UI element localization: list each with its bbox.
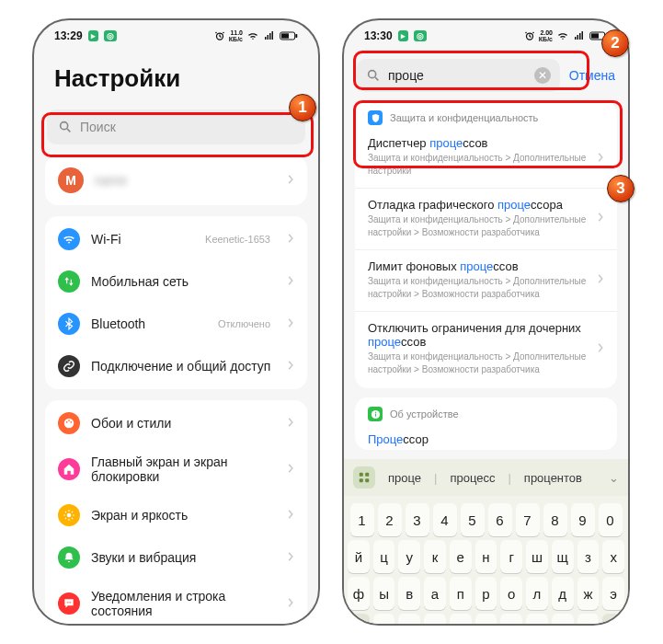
svg-point-10 — [66, 421, 68, 423]
key-т[interactable]: т — [500, 614, 522, 626]
svg-point-12 — [70, 421, 72, 423]
settings-row-bell[interactable]: Звуки и вибрация — [45, 536, 307, 579]
key-д[interactable]: д — [552, 577, 574, 610]
key-ч[interactable]: ч — [398, 614, 420, 626]
expand-predictions-icon[interactable]: ⌄ — [609, 471, 619, 485]
search-result[interactable]: Отключить ограничения для дочерних проце… — [355, 311, 617, 385]
account-card[interactable]: M name — [45, 155, 307, 205]
key-6[interactable]: 6 — [488, 503, 512, 536]
chevron-right-icon — [287, 416, 294, 431]
alarm-icon — [214, 30, 225, 41]
shift-key[interactable] — [348, 614, 370, 626]
row-label: Подключение и общий доступ — [91, 359, 276, 374]
key-7[interactable]: 7 — [516, 503, 540, 536]
key-0[interactable]: 0 — [599, 503, 623, 536]
results-card-privacy: Защита и конфиденциальность Диспетчер пр… — [355, 101, 617, 388]
key-в[interactable]: в — [398, 577, 420, 610]
shield-icon — [368, 110, 383, 125]
key-ы[interactable]: ы — [373, 577, 395, 610]
clear-icon[interactable]: ✕ — [534, 67, 551, 84]
prediction[interactable]: процентов — [522, 471, 584, 485]
bell-icon — [58, 546, 80, 569]
settings-row-home[interactable]: Главный экран и экран блокировки — [45, 444, 307, 494]
key-у[interactable]: у — [398, 540, 420, 573]
svg-point-15 — [68, 602, 69, 603]
cancel-button[interactable]: Отмена — [569, 68, 615, 83]
key-е[interactable]: е — [450, 540, 472, 573]
avatar: M — [58, 167, 84, 193]
key-5[interactable]: 5 — [461, 503, 485, 536]
result-path: Защита и конфиденциальность > Дополнител… — [368, 275, 604, 300]
status-time: 13:30 — [364, 29, 393, 42]
chevron-right-icon — [597, 340, 604, 357]
search-input[interactable]: проце ✕ — [357, 59, 560, 92]
svg-point-16 — [70, 602, 71, 603]
key-4[interactable]: 4 — [433, 503, 457, 536]
settings-row-sun[interactable]: Экран и яркость — [45, 494, 307, 536]
row-value: Отключено — [218, 318, 270, 329]
svg-point-11 — [68, 420, 70, 421]
palette-icon — [58, 412, 80, 434]
key-щ[interactable]: щ — [552, 540, 574, 573]
settings-row-bluetooth[interactable]: BluetoothОтключено — [45, 303, 307, 345]
key-э[interactable]: э — [602, 577, 624, 610]
key-л[interactable]: л — [526, 577, 548, 610]
prediction[interactable]: процесс — [448, 471, 497, 485]
row-label: Обои и стили — [91, 416, 276, 431]
row-label: Звуки и вибрация — [91, 550, 276, 565]
search-result[interactable]: Лимит фоновых процессовЗащита и конфиден… — [355, 249, 617, 309]
search-result[interactable]: Диспетчер процессовЗащита и конфиденциал… — [355, 131, 617, 186]
svg-rect-35 — [360, 478, 363, 482]
status-net-speed: 2.00 КБ/с — [539, 29, 553, 42]
chevron-right-icon — [287, 316, 294, 331]
settings-row-palette[interactable]: Обои и стили — [45, 402, 307, 444]
key-х[interactable]: х — [602, 540, 624, 573]
backspace-key[interactable] — [602, 614, 624, 626]
search-result[interactable]: Отладка графического процессораЗащита и … — [355, 188, 617, 247]
key-1[interactable]: 1 — [350, 503, 374, 536]
home-icon — [58, 458, 80, 480]
key-3[interactable]: 3 — [406, 503, 429, 536]
search-result[interactable]: Процессор — [355, 427, 617, 450]
result-path: Защита и конфиденциальность > Дополнител… — [368, 152, 604, 177]
key-ц[interactable]: ц — [373, 540, 395, 573]
settings-row-msg[interactable]: Уведомления и строка состояния — [45, 579, 307, 626]
key-й[interactable]: й — [348, 540, 370, 573]
key-с[interactable]: с — [424, 614, 446, 626]
key-ш[interactable]: ш — [526, 540, 548, 573]
svg-rect-25 — [582, 31, 584, 40]
key-о[interactable]: о — [500, 577, 522, 610]
key-8[interactable]: 8 — [543, 503, 567, 536]
settings-row-wifi[interactable]: Wi-FiKeenetic-1653 — [45, 218, 307, 260]
status-bar: 13:30 ▸ ◎ 2.00 КБ/с — [344, 20, 628, 48]
key-к[interactable]: к — [424, 540, 446, 573]
key-ь[interactable]: ь — [526, 614, 548, 626]
chevron-right-icon — [597, 210, 604, 226]
status-badge-2: ◎ — [414, 30, 427, 41]
key-г[interactable]: г — [500, 540, 522, 573]
emoji-grid-icon[interactable] — [353, 466, 375, 489]
key-п[interactable]: п — [450, 577, 472, 610]
key-ж[interactable]: ж — [577, 577, 600, 610]
key-а[interactable]: а — [424, 577, 446, 610]
search-input[interactable]: Поиск — [47, 109, 305, 144]
key-я[interactable]: я — [373, 614, 395, 626]
svg-point-8 — [61, 122, 68, 130]
key-н[interactable]: н — [475, 540, 497, 573]
look-group: Обои и стилиГлавный экран и экран блокир… — [45, 400, 307, 626]
key-ф[interactable]: ф — [348, 577, 370, 610]
svg-point-13 — [67, 513, 72, 518]
key-и[interactable]: и — [475, 614, 497, 626]
settings-row-updown[interactable]: Мобильная сеть — [45, 260, 307, 303]
signal-icon — [263, 30, 276, 41]
key-м[interactable]: м — [450, 614, 472, 626]
key-9[interactable]: 9 — [571, 503, 595, 536]
prediction[interactable]: проце — [386, 471, 423, 485]
chevron-right-icon — [287, 596, 294, 611]
key-2[interactable]: 2 — [378, 503, 402, 536]
key-ю[interactable]: ю — [577, 614, 600, 626]
key-б[interactable]: б — [552, 614, 574, 626]
settings-row-link[interactable]: Подключение и общий доступ — [45, 345, 307, 387]
key-з[interactable]: з — [577, 540, 600, 573]
key-р[interactable]: р — [475, 577, 497, 610]
